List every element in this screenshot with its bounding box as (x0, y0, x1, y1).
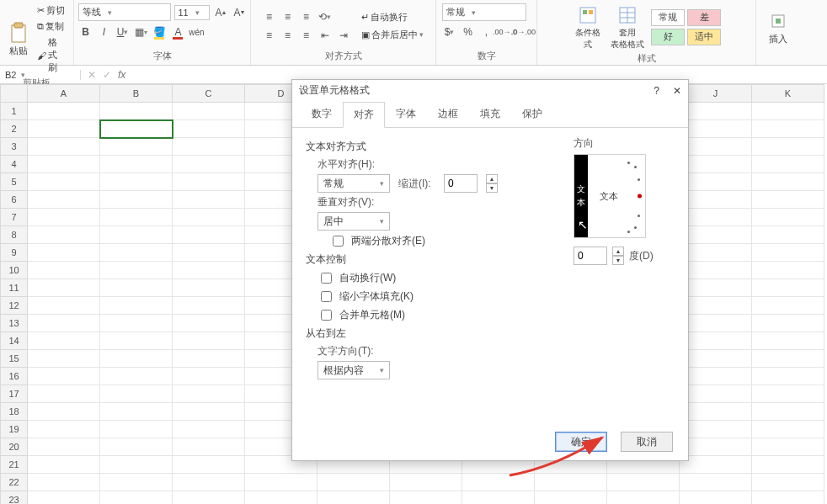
increase-indent-button[interactable]: ⇥ (336, 28, 351, 43)
row-header[interactable]: 20 (1, 438, 28, 456)
insert-button[interactable]: 插入 (760, 9, 796, 45)
cell[interactable] (100, 403, 173, 421)
cell[interactable] (752, 262, 824, 279)
distribute-checkbox[interactable]: 两端分散对齐(E) (329, 233, 574, 249)
cell[interactable] (245, 474, 317, 491)
border-button[interactable]: ▦▾ (134, 24, 149, 40)
cell[interactable] (680, 297, 752, 315)
dialog-titlebar[interactable]: 设置单元格格式 ? ✕ (292, 80, 688, 101)
conditional-format-button[interactable]: 条件格式 (572, 3, 604, 50)
row-header[interactable]: 15 (1, 350, 28, 368)
cell[interactable] (100, 226, 173, 244)
help-button[interactable]: ? (654, 85, 659, 97)
cell[interactable] (173, 156, 245, 173)
row-header[interactable]: 9 (1, 244, 28, 262)
cell[interactable] (28, 315, 100, 332)
spin-up-icon[interactable]: ▴ (612, 247, 624, 256)
decrease-indent-button[interactable]: ⇤ (317, 28, 333, 43)
cell[interactable] (100, 173, 173, 191)
style-normal-button[interactable]: 常规 (651, 9, 685, 26)
row-header[interactable]: 1 (1, 103, 28, 120)
cell[interactable] (607, 491, 680, 505)
cell[interactable] (390, 474, 462, 491)
cell[interactable] (752, 120, 824, 138)
cell[interactable] (100, 456, 173, 474)
cell[interactable] (28, 474, 100, 491)
align-right-button[interactable]: ≡ (299, 28, 314, 43)
col-header[interactable]: A (28, 85, 100, 103)
cell[interactable] (680, 438, 752, 456)
cell[interactable] (100, 120, 173, 138)
row-header[interactable]: 11 (1, 279, 28, 297)
cell[interactable] (28, 456, 100, 474)
dialog-tab-2[interactable]: 字体 (385, 101, 427, 127)
row-header[interactable]: 6 (1, 191, 28, 209)
cell[interactable] (100, 332, 173, 350)
cell[interactable] (28, 332, 100, 350)
font-name-select[interactable]: 等线▾ (78, 3, 171, 21)
dialog-tab-3[interactable]: 边框 (427, 101, 469, 127)
cell[interactable] (752, 438, 824, 456)
cell[interactable] (680, 191, 752, 209)
cell[interactable] (680, 262, 752, 279)
cell[interactable] (28, 297, 100, 315)
spin-down-icon[interactable]: ▾ (486, 183, 498, 193)
select-all-corner[interactable] (1, 85, 28, 103)
row-header[interactable]: 4 (1, 156, 28, 173)
cell[interactable] (752, 474, 824, 491)
cell[interactable] (28, 385, 100, 403)
increase-font-button[interactable]: A▴ (213, 5, 228, 20)
row-header[interactable]: 7 (1, 209, 28, 226)
cell[interactable] (173, 474, 245, 491)
spin-up-icon[interactable]: ▴ (486, 174, 498, 183)
cell[interactable] (752, 315, 824, 332)
orientation-control[interactable]: 文 本 ↖ 文本 (574, 154, 646, 238)
cell[interactable] (752, 297, 824, 315)
font-size-select[interactable]: 11▾ (174, 5, 210, 20)
cell[interactable] (752, 421, 824, 438)
wrap-checkbox[interactable]: 自动换行(W) (317, 270, 574, 286)
cell[interactable] (173, 421, 245, 438)
cell[interactable] (752, 103, 824, 120)
cell[interactable] (680, 244, 752, 262)
h-align-select[interactable]: 常规▾ (317, 174, 390, 193)
indent-spinner[interactable]: ▴▾ (486, 174, 498, 193)
cell[interactable] (752, 350, 824, 368)
cell[interactable] (317, 491, 390, 505)
cell[interactable] (173, 209, 245, 226)
cell[interactable] (752, 244, 824, 262)
cell[interactable] (752, 191, 824, 209)
cancel-formula-icon[interactable]: ✕ (88, 69, 96, 81)
cell[interactable] (752, 368, 824, 385)
row-header[interactable]: 10 (1, 262, 28, 279)
cell[interactable] (680, 456, 752, 474)
cell[interactable] (173, 368, 245, 385)
cell[interactable] (680, 315, 752, 332)
cancel-button[interactable]: 取消 (621, 432, 673, 452)
cell[interactable] (173, 226, 245, 244)
row-header[interactable]: 19 (1, 421, 28, 438)
cell[interactable] (100, 262, 173, 279)
cell[interactable] (680, 385, 752, 403)
cell[interactable] (100, 297, 173, 315)
spin-down-icon[interactable]: ▾ (612, 256, 624, 265)
align-bottom-button[interactable]: ≡ (299, 9, 314, 24)
paste-button[interactable]: 粘贴 (6, 21, 33, 57)
degree-input[interactable] (574, 247, 607, 265)
percent-button[interactable]: % (461, 24, 476, 40)
copy-button[interactable]: ⧉复制 (35, 19, 67, 34)
cell[interactable] (173, 173, 245, 191)
ok-button[interactable]: 确定 (555, 432, 607, 452)
cell[interactable] (100, 103, 173, 120)
text-direction-select[interactable]: 根据内容▾ (317, 361, 390, 379)
cell[interactable] (680, 368, 752, 385)
cell[interactable] (462, 491, 535, 505)
cell[interactable] (100, 368, 173, 385)
cut-button[interactable]: ✂剪切 (35, 3, 67, 18)
row-header[interactable]: 21 (1, 456, 28, 474)
cell[interactable] (173, 332, 245, 350)
vertical-text-button[interactable]: 文 本 ↖ (574, 155, 588, 237)
cell[interactable] (100, 350, 173, 368)
cell[interactable] (28, 262, 100, 279)
cell[interactable] (173, 350, 245, 368)
